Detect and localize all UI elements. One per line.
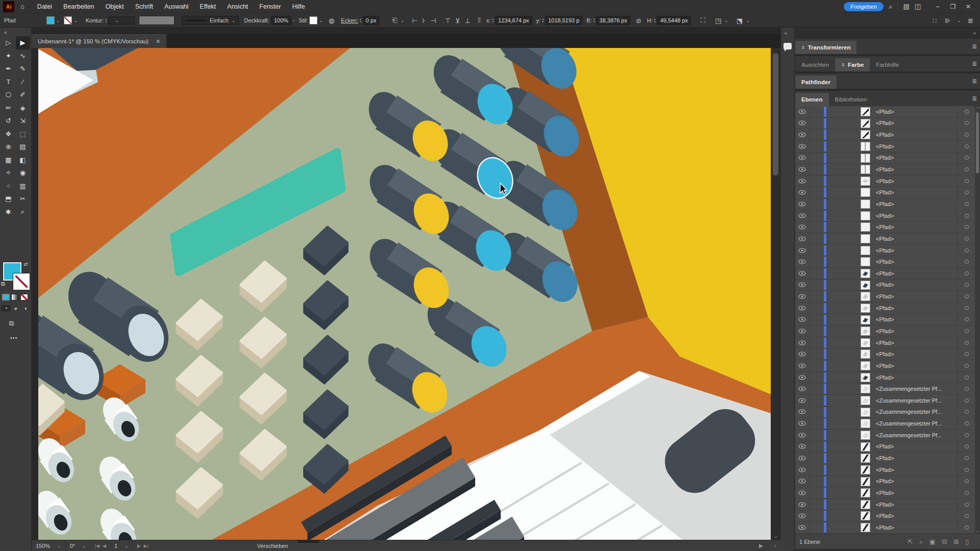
- layer-target-icon[interactable]: [965, 156, 969, 160]
- layer-thumbnail[interactable]: [861, 119, 870, 128]
- y-stepper[interactable]: ▴▾: [542, 18, 544, 23]
- symbol-sprayer-tool[interactable]: ⁘: [2, 180, 16, 193]
- layer-label[interactable]: <Pfad>: [876, 293, 894, 299]
- lasso-tool[interactable]: ∿: [16, 49, 30, 63]
- layer-target-icon[interactable]: [965, 121, 969, 125]
- curvature-tool[interactable]: ✎: [16, 62, 30, 76]
- visibility-eye-icon[interactable]: [795, 398, 808, 403]
- x-stepper[interactable]: ▴▾: [492, 18, 494, 23]
- visibility-eye-icon[interactable]: [795, 340, 808, 345]
- default-fill-stroke-icon[interactable]: ⧉: [1, 281, 5, 287]
- layer-thumbnail[interactable]: [861, 477, 870, 486]
- chevron-down-icon[interactable]: ⌄: [74, 18, 78, 23]
- layer-thumbnail[interactable]: [861, 211, 870, 220]
- visibility-eye-icon[interactable]: [795, 329, 808, 334]
- layer-thumbnail[interactable]: [861, 257, 870, 266]
- layer-thumbnail[interactable]: [861, 292, 870, 301]
- collect-export-icon[interactable]: ⇱: [908, 538, 913, 545]
- layer-target-icon[interactable]: [965, 398, 969, 403]
- layer-label[interactable]: <Pfad>: [876, 247, 894, 254]
- layer-label[interactable]: <Pfad>: [876, 132, 894, 138]
- corners-stepper[interactable]: ▴▾: [360, 18, 361, 23]
- search-icon[interactable]: ⌕: [889, 3, 892, 11]
- layer-thumbnail[interactable]: [861, 419, 870, 428]
- layer-label[interactable]: <Pfad>: [876, 455, 894, 461]
- minimize-button[interactable]: –: [930, 0, 945, 13]
- link-dimensions-icon[interactable]: ⊘: [634, 17, 643, 24]
- gradient-tool[interactable]: ◧: [16, 154, 30, 167]
- eraser-tool[interactable]: ◈: [16, 102, 30, 115]
- layer-row[interactable]: <Zusammengesetzter Pf...: [795, 430, 980, 441]
- layer-thumbnail[interactable]: [861, 511, 870, 520]
- layer-thumbnail[interactable]: [861, 234, 870, 243]
- layer-label[interactable]: <Pfad>: [876, 224, 894, 230]
- mesh-tool[interactable]: ▦: [2, 154, 16, 167]
- layer-row[interactable]: <Pfad>: [795, 348, 980, 360]
- brush-definition-dropdown[interactable]: Einfach⌄: [182, 16, 239, 25]
- layer-target-icon[interactable]: [965, 444, 969, 448]
- layer-target-icon[interactable]: [965, 387, 969, 391]
- layer-row[interactable]: <Zusammengesetzter Pf...: [795, 383, 980, 395]
- layer-thumbnail[interactable]: [861, 396, 870, 405]
- layer-target-icon[interactable]: [965, 525, 969, 530]
- variable-width-profile-dropdown[interactable]: [139, 16, 175, 25]
- workspace-switcher-icon[interactable]: ◫: [915, 3, 921, 10]
- zoom-control[interactable]: 150%⌄: [32, 540, 66, 551]
- layer-label[interactable]: <Pfad>: [876, 351, 894, 357]
- layer-label[interactable]: <Pfad>: [876, 270, 894, 277]
- visibility-eye-icon[interactable]: [795, 421, 808, 426]
- layer-row[interactable]: <Pfad>: [795, 337, 980, 349]
- menu-ansicht[interactable]: Ansicht: [222, 0, 254, 13]
- visibility-eye-icon[interactable]: [795, 190, 808, 195]
- document-tab[interactable]: Unbenannt-1* @ 150 % (CMYK/Vorschau) ✕: [32, 34, 166, 48]
- height-value[interactable]: 49,5448 px: [657, 16, 691, 25]
- share-button[interactable]: Freigeben: [844, 2, 884, 11]
- layer-thumbnail[interactable]: [861, 454, 870, 463]
- visibility-eye-icon[interactable]: [795, 513, 808, 518]
- restore-button[interactable]: ❐: [945, 0, 961, 13]
- visibility-eye-icon[interactable]: [795, 248, 808, 253]
- tab-bibliotheken[interactable]: Bibliotheken: [829, 93, 873, 106]
- visibility-eye-icon[interactable]: [795, 109, 808, 114]
- layer-thumbnail[interactable]: [861, 165, 870, 174]
- layer-target-icon[interactable]: [965, 167, 969, 171]
- layer-thumbnail[interactable]: [861, 315, 870, 324]
- layer-target-icon[interactable]: [965, 433, 969, 437]
- tab-transformieren[interactable]: ⇳Transformieren: [795, 41, 856, 54]
- layer-thumbnail[interactable]: [861, 373, 870, 382]
- visibility-eye-icon[interactable]: [795, 317, 808, 322]
- opacity-value[interactable]: 100%: [271, 16, 291, 25]
- layer-label[interactable]: <Pfad>: [876, 513, 894, 519]
- layer-target-icon[interactable]: [965, 260, 969, 264]
- layer-thumbnail[interactable]: [861, 431, 870, 440]
- tab-ebenen[interactable]: Ebenen: [795, 93, 829, 106]
- last-page-icon[interactable]: ▶▶|: [133, 543, 153, 548]
- locate-object-icon[interactable]: ⌕: [919, 538, 923, 545]
- visibility-eye-icon[interactable]: [795, 120, 808, 126]
- y-value[interactable]: 1018,5193 p: [545, 16, 582, 25]
- layer-target-icon[interactable]: [965, 294, 969, 298]
- scale-tool[interactable]: ⇲: [16, 114, 30, 128]
- visibility-eye-icon[interactable]: [795, 352, 808, 357]
- width-tool[interactable]: ✥: [2, 128, 16, 141]
- visibility-eye-icon[interactable]: [795, 467, 808, 472]
- layer-row[interactable]: <Pfad>: [795, 210, 980, 222]
- visibility-eye-icon[interactable]: [795, 502, 808, 507]
- width-value[interactable]: 38,3876 px: [596, 16, 630, 25]
- layer-row[interactable]: <Pfad>: [795, 153, 980, 164]
- zoom-tool[interactable]: ⌕: [16, 206, 30, 219]
- scroll-up-icon[interactable]: ⌃: [976, 107, 979, 111]
- visibility-eye-icon[interactable]: [795, 479, 808, 484]
- layer-thumbnail[interactable]: [861, 177, 870, 186]
- layer-label[interactable]: <Pfad>: [876, 502, 894, 508]
- layer-thumbnail[interactable]: [861, 222, 870, 232]
- visibility-eye-icon[interactable]: [795, 306, 808, 311]
- layer-label[interactable]: <Pfad>: [876, 155, 894, 161]
- layer-label[interactable]: <Zusammengesetzter Pf...: [876, 420, 942, 427]
- layer-thumbnail[interactable]: [861, 327, 870, 336]
- grid-snap-icon[interactable]: ∷: [931, 17, 938, 24]
- menu-bearbeiten[interactable]: Bearbeiten: [58, 0, 100, 13]
- slice-tool[interactable]: ✂: [16, 192, 30, 206]
- layer-thumbnail[interactable]: [861, 269, 870, 278]
- layer-target-icon[interactable]: [965, 341, 969, 345]
